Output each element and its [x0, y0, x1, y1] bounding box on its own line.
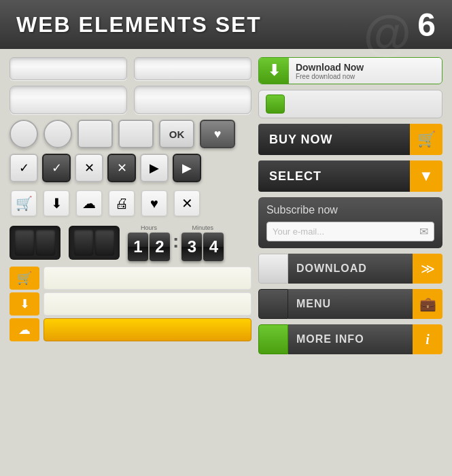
header-title: WEB ELEMENTS SET	[16, 12, 262, 37]
list-item-3: ☁	[10, 318, 251, 341]
main-content: OK ♥ ✓ ✓ ✕ ✕ ▶ ▶	[0, 49, 452, 476]
header: WEB ELEMENTS SET 6 @	[0, 0, 452, 49]
flip-clock: Hours 1 2 : Minutes 3 4	[128, 224, 224, 261]
left-column: OK ♥ ✓ ✓ ✕ ✕ ▶ ▶	[10, 57, 251, 468]
menu-action-icon[interactable]: 💼	[413, 289, 442, 319]
minutes-label: Minutes	[192, 224, 214, 231]
email-input-row[interactable]: Your e-mail... ✉	[266, 222, 434, 241]
subscribe-box: Subscribe now Your e-mail... ✉	[258, 197, 442, 248]
digital-display-1	[10, 226, 60, 260]
download-arrow-icon: ⬇	[268, 62, 280, 80]
download-preview	[258, 254, 288, 284]
min-digit-1: 3	[181, 233, 202, 261]
download-icon-btn[interactable]: ⬇	[44, 190, 69, 216]
download-green-area: ⬇	[259, 58, 289, 84]
header-watermark: @	[364, 5, 411, 61]
cross-icon: ✕	[84, 160, 94, 175]
down-arrow-icon[interactable]: ▼	[410, 160, 442, 192]
hours-label: Hours	[141, 224, 157, 231]
menu-preview	[258, 289, 288, 319]
hour-digit-2: 2	[150, 233, 170, 261]
circle-btn-1[interactable]	[10, 120, 38, 148]
download-now-btn[interactable]: ⬇ Download Now Free download now	[258, 57, 442, 84]
download-text-area: Download Now Free download now	[289, 58, 442, 84]
input-row-1	[10, 57, 251, 80]
cross-dark-icon: ✕	[117, 160, 127, 175]
cross-btn-dark[interactable]: ✕	[107, 154, 136, 182]
rect-btn-1[interactable]	[77, 120, 113, 148]
download-title: Download Now	[296, 62, 435, 73]
list-bar-3	[44, 318, 251, 341]
input-field-tall-1[interactable]	[10, 86, 127, 114]
buy-now-btn[interactable]: BUY NOW 🛒	[258, 124, 442, 155]
printer-icon-btn[interactable]: 🖨	[109, 190, 135, 216]
header-number: 6	[417, 6, 436, 44]
download-btn-row: DOWNLOAD ≫	[258, 254, 442, 284]
circle-btn-2[interactable]	[44, 120, 72, 148]
select-btn[interactable]: SELECT ▼	[258, 160, 442, 192]
email-icon: ✉	[419, 225, 428, 238]
hours-digits: 1 2	[128, 233, 170, 261]
download-subtitle: Free download now	[296, 73, 435, 80]
button-row-1: OK ♥	[10, 120, 251, 148]
close-icon-btn[interactable]: ✕	[174, 190, 200, 216]
list-item-1: 🛒	[10, 267, 251, 290]
list-cart-btn[interactable]: 🛒	[10, 267, 39, 290]
rect-btn-2[interactable]	[118, 120, 154, 148]
list-section: 🛒 ⬇ ☁	[10, 267, 251, 341]
checkmark-dark-icon: ✓	[52, 160, 62, 175]
hours-group: Hours 1 2	[128, 224, 170, 261]
cart-icon-btn[interactable]: 🛒	[11, 190, 37, 216]
list-item-2: ⬇	[10, 292, 251, 316]
input-field-2[interactable]	[134, 57, 251, 80]
list-bar-1	[44, 267, 251, 290]
cart-icon[interactable]: 🛒	[410, 124, 442, 155]
more-info-preview	[258, 324, 288, 354]
icon-btn-row: ✓ ✓ ✕ ✕ ▶ ▶	[10, 154, 251, 182]
heart-icon-btn[interactable]: ♥	[141, 190, 167, 216]
arrow-btn-dark[interactable]: ▶	[173, 154, 201, 182]
download-btn-label: DOWNLOAD	[288, 254, 413, 284]
list-bar-2	[44, 292, 251, 316]
heart-button[interactable]: ♥	[200, 120, 235, 148]
more-info-action-icon[interactable]: i	[413, 324, 442, 354]
upload-icon-btn[interactable]: ☁	[76, 190, 102, 216]
menu-btn-label: MENU	[288, 289, 413, 319]
small-icon-row: 🛒 ⬇ ☁ 🖨 ♥ ✕	[10, 188, 251, 219]
digit-1	[15, 230, 34, 256]
menu-btn-row: MENU 💼	[258, 289, 442, 319]
minutes-group: Minutes 3 4	[181, 224, 224, 261]
email-placeholder: Your e-mail...	[273, 226, 415, 237]
minutes-digits: 3 4	[181, 233, 224, 261]
check-btn-dark[interactable]: ✓	[42, 154, 71, 182]
heart-icon: ♥	[214, 127, 222, 141]
input-field-1[interactable]	[10, 57, 127, 80]
hour-digit-1: 1	[128, 233, 148, 261]
checkmark-icon: ✓	[19, 160, 29, 175]
digit-4	[95, 230, 114, 256]
arrow-btn-light[interactable]: ▶	[140, 154, 169, 182]
download-action-icon[interactable]: ≫	[413, 254, 442, 284]
more-info-btn-label: MORE INFO	[288, 324, 413, 354]
input-row-2	[10, 86, 251, 114]
check-btn-light[interactable]: ✓	[10, 154, 38, 182]
digit-3	[74, 230, 93, 256]
more-info-btn-row: MORE INFO i	[258, 324, 442, 354]
cross-btn-light[interactable]: ✕	[75, 154, 103, 182]
flip-colon: :	[173, 231, 179, 252]
digital-display-2	[69, 226, 120, 260]
select-label: SELECT	[258, 160, 410, 192]
green-checkbox[interactable]	[266, 95, 285, 114]
min-digit-2: 4	[203, 233, 224, 261]
buy-now-label: BUY NOW	[258, 124, 410, 155]
checkbox-row	[258, 90, 442, 118]
arrow-dark-icon: ▶	[182, 160, 192, 175]
subscribe-title: Subscribe now	[266, 204, 434, 216]
right-column: ⬇ Download Now Free download now BUY NOW…	[258, 57, 442, 468]
ok-button[interactable]: OK	[159, 120, 194, 148]
timer-row: Hours 1 2 : Minutes 3 4	[10, 224, 251, 261]
list-download-btn[interactable]: ⬇	[10, 292, 39, 316]
input-field-tall-2[interactable]	[134, 86, 251, 114]
digit-2	[36, 230, 55, 256]
list-upload-btn[interactable]: ☁	[10, 318, 39, 341]
